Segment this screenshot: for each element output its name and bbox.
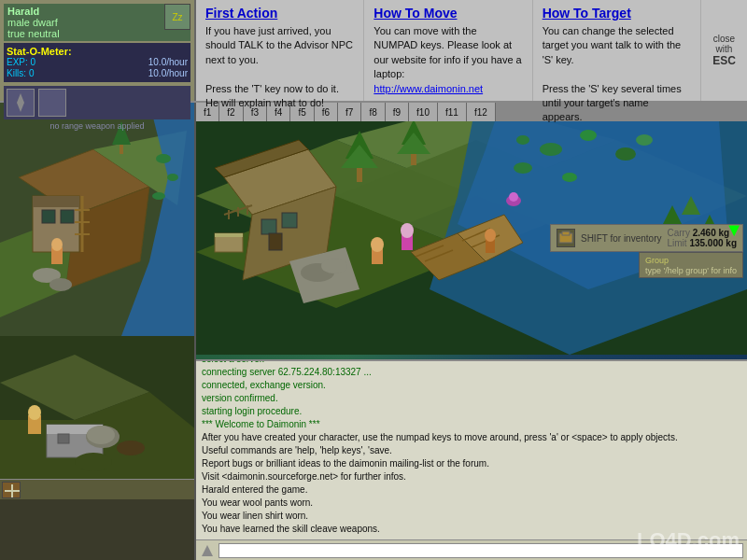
kills-row: Kills: 0 10.0/hour bbox=[7, 68, 188, 78]
svg-line-58 bbox=[472, 235, 500, 247]
svg-rect-7 bbox=[33, 196, 79, 207]
stat-meter: Stat-O-Meter: EXP: 0 10.0/hour Kills: 0 … bbox=[4, 43, 190, 82]
svg-point-50 bbox=[562, 173, 577, 182]
inventory-icon[interactable] bbox=[557, 229, 575, 247]
inventory-bar[interactable]: SHIFT for inventory Carry 2.460 kg Limit… bbox=[550, 224, 743, 252]
close-esc-panel[interactable]: close with ESC bbox=[700, 0, 747, 101]
svg-rect-29 bbox=[58, 434, 69, 443]
chat-line: Harald entered the game. bbox=[202, 483, 741, 497]
svg-point-46 bbox=[540, 143, 562, 156]
chat-line: You wear linen shirt worn. bbox=[202, 510, 741, 523]
svg-point-33 bbox=[117, 441, 145, 455]
svg-line-57 bbox=[462, 229, 490, 241]
chat-line: After you have created your character, u… bbox=[202, 431, 741, 444]
watermark: LO4D.com bbox=[637, 528, 740, 553]
svg-marker-70 bbox=[345, 131, 374, 159]
svg-rect-9 bbox=[61, 210, 74, 223]
char-name-area: Harald male dwarf true neutral bbox=[4, 4, 190, 41]
svg-point-68 bbox=[301, 263, 334, 282]
svg-line-84 bbox=[224, 205, 252, 215]
svg-rect-8 bbox=[42, 210, 55, 223]
how-to-target-text: You can change the selected target you w… bbox=[543, 24, 691, 125]
svg-marker-39 bbox=[196, 140, 476, 252]
game-viewport bbox=[0, 103, 196, 336]
svg-rect-76 bbox=[372, 247, 383, 264]
how-to-target-title: How To Target bbox=[543, 6, 691, 21]
svg-marker-73 bbox=[402, 119, 426, 145]
chat-line: You wear wool pants worn. bbox=[202, 497, 741, 510]
char-icon-label: Zz bbox=[172, 12, 182, 22]
svg-point-51 bbox=[636, 134, 653, 146]
group-hint: type '/help group' for info bbox=[645, 266, 737, 275]
no-weapon-text: no range weapon applied bbox=[4, 121, 190, 131]
exp-label: EXP: 0 bbox=[7, 57, 35, 67]
exp-rate: 10.0/hour bbox=[148, 57, 188, 67]
svg-rect-65 bbox=[215, 233, 243, 252]
weapon-slot-1 bbox=[7, 89, 35, 117]
svg-rect-75 bbox=[411, 154, 416, 165]
svg-marker-90 bbox=[682, 196, 700, 215]
tab-f8[interactable]: f8 bbox=[361, 103, 385, 121]
chat-line: connected, exchange version. bbox=[202, 379, 741, 392]
svg-marker-61 bbox=[215, 140, 308, 177]
chat-line: Visit <daimonin.sourceforge.net> for fur… bbox=[202, 470, 741, 483]
weapon-area bbox=[4, 86, 190, 119]
group-label: Group bbox=[645, 256, 669, 265]
left-scene-svg bbox=[0, 103, 196, 336]
svg-point-81 bbox=[485, 229, 496, 242]
how-to-move-panel: How To Move You can move with the NUMPAD… bbox=[364, 0, 532, 101]
svg-rect-63 bbox=[282, 213, 297, 228]
svg-point-79 bbox=[401, 223, 414, 238]
svg-point-69 bbox=[321, 259, 347, 273]
svg-line-55 bbox=[416, 245, 444, 257]
group-area: Group type '/help group' for info bbox=[639, 252, 743, 278]
svg-marker-96 bbox=[202, 545, 213, 556]
svg-point-49 bbox=[615, 147, 636, 161]
svg-marker-0 bbox=[17, 93, 24, 112]
svg-point-19 bbox=[51, 238, 63, 251]
svg-rect-62 bbox=[261, 219, 276, 234]
tab-f10[interactable]: f10 bbox=[409, 103, 438, 121]
left-scene-bottom-svg bbox=[0, 336, 196, 499]
svg-point-35 bbox=[87, 426, 115, 444]
scroll-arrow-down[interactable]: ▼ bbox=[725, 219, 743, 241]
tab-f11[interactable]: f11 bbox=[438, 103, 467, 121]
svg-point-47 bbox=[580, 130, 597, 141]
daimonin-link[interactable]: http://www.daimonin.net bbox=[374, 83, 483, 94]
first-action-title: First Action bbox=[205, 6, 354, 21]
svg-marker-42 bbox=[196, 196, 476, 308]
chat-line: version confirmed. bbox=[202, 392, 741, 405]
svg-point-83 bbox=[509, 192, 518, 202]
svg-point-31 bbox=[28, 405, 41, 420]
svg-point-23 bbox=[49, 278, 72, 291]
chat-line: connecting server 62.75.224.80:13327 ... bbox=[202, 366, 741, 379]
svg-rect-21 bbox=[120, 145, 123, 154]
how-to-move-title: How To Move bbox=[374, 6, 522, 21]
svg-marker-74 bbox=[397, 133, 430, 154]
char-name: Harald bbox=[7, 6, 187, 17]
char-icon: Zz bbox=[164, 4, 190, 30]
svg-point-77 bbox=[371, 237, 384, 252]
esc-label: ESC bbox=[712, 54, 736, 67]
svg-marker-60 bbox=[243, 187, 336, 280]
left-panel bbox=[0, 103, 196, 560]
weapon-slot-2 bbox=[38, 89, 66, 117]
char-race: male dwarf bbox=[7, 17, 187, 28]
svg-rect-66 bbox=[215, 233, 243, 237]
svg-point-15 bbox=[156, 154, 171, 163]
close-label: close bbox=[713, 34, 735, 44]
chat-line: starting login procedure. bbox=[202, 405, 741, 418]
first-action-text: If you have just arrived, you should TAL… bbox=[205, 24, 354, 110]
chat-icon bbox=[200, 543, 215, 558]
shift-hint: SHIFT for inventory bbox=[581, 233, 662, 244]
left-panel-bottom bbox=[0, 336, 196, 499]
toolbar-icon-1[interactable] bbox=[2, 482, 21, 498]
with-label: with bbox=[716, 44, 733, 54]
tab-f12[interactable]: f12 bbox=[467, 103, 496, 121]
svg-line-56 bbox=[425, 250, 453, 261]
tab-f9[interactable]: f9 bbox=[386, 103, 409, 121]
svg-rect-72 bbox=[357, 168, 362, 182]
svg-point-48 bbox=[514, 162, 532, 174]
svg-marker-54 bbox=[458, 215, 523, 261]
svg-rect-78 bbox=[402, 233, 413, 250]
